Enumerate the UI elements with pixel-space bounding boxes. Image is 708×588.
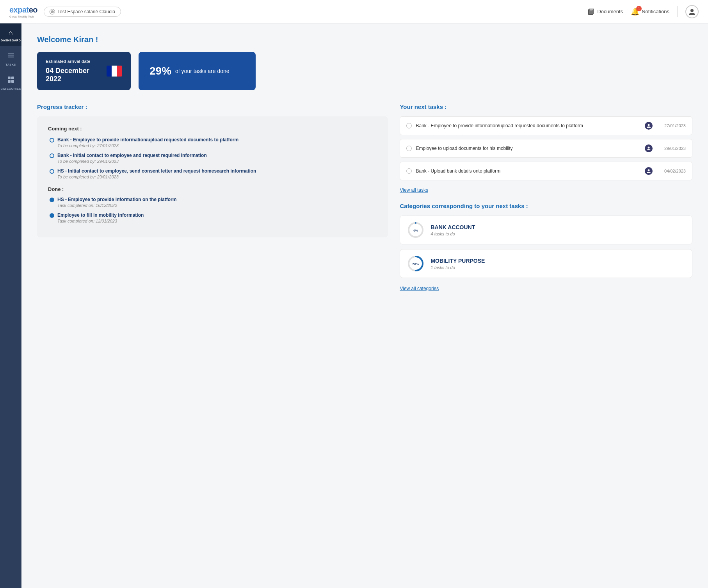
list-item: HS - Employee to provide information on … xyxy=(48,197,377,208)
sidebar-item-dashboard[interactable]: ⌂ DASHBOARD xyxy=(0,23,21,46)
arrival-label: Estimated arrival date xyxy=(46,59,107,64)
mobility-purpose-tasks: 1 tasks to do xyxy=(430,265,485,270)
sidebar-item-categories[interactable]: CATEGORIES xyxy=(0,70,21,94)
task-dot-3 xyxy=(50,169,54,174)
category-card-bank[interactable]: 0% BANK ACCOUNT 4 tasks to do xyxy=(400,216,692,244)
coming-task-name-2: Bank - Initial contact to employee and r… xyxy=(57,153,207,158)
next-task-left-2: Employee to upload documents for his mob… xyxy=(406,146,512,151)
bank-account-name: BANK ACCOUNT xyxy=(430,224,475,230)
header-right: Documents 🔔 1 Notifications xyxy=(588,5,699,18)
svg-rect-9 xyxy=(8,55,14,55)
task-checkbox-2[interactable] xyxy=(406,146,412,151)
next-task-name-3: Bank - Upload bank details onto platform xyxy=(416,168,500,174)
logo: expateo Global Mobility Tech xyxy=(9,5,37,18)
coming-task-sub-3: To be completed by: 29/01/2023 xyxy=(50,175,377,179)
done-task-name-1: HS - Employee to provide information on … xyxy=(57,197,176,202)
person-icon-3 xyxy=(645,167,653,175)
mobility-purpose-name: MOBILITY PURPOSE xyxy=(430,258,485,264)
task-dot-done-1 xyxy=(50,198,54,202)
main-layout: ⌂ DASHBOARD TASKS CATEGORIES Welcome Kir… xyxy=(0,23,708,588)
svg-text:50%: 50% xyxy=(413,262,419,266)
svg-rect-10 xyxy=(8,57,14,57)
space-badge-label: Test Espace salarié Claudia xyxy=(57,9,115,14)
svg-point-15 xyxy=(648,124,650,126)
home-icon: ⌂ xyxy=(9,29,13,37)
space-badge[interactable]: Test Espace salarié Claudia xyxy=(44,7,121,17)
coming-task-sub-2: To be completed by: 29/01/2023 xyxy=(50,159,377,164)
done-title: Done : xyxy=(48,186,377,192)
next-task-name-2: Employee to upload documents for his mob… xyxy=(416,146,512,151)
tasks-icon xyxy=(7,52,15,61)
done-task-name-2: Employee to fill in mobility information xyxy=(57,212,144,218)
flag-red xyxy=(117,66,122,77)
documents-label: Documents xyxy=(597,9,623,14)
next-task-left-3: Bank - Upload bank details onto platform xyxy=(406,168,500,174)
documents-icon xyxy=(588,9,595,15)
list-item: Bank - Employee to provide information/u… xyxy=(400,116,692,135)
arrival-date: 04 December 2022 xyxy=(46,67,107,83)
notifications-icon-wrap: 🔔 1 xyxy=(631,7,639,16)
logo-sub: Global Mobility Tech xyxy=(9,15,37,18)
bank-progress-ring: 0% xyxy=(407,221,424,239)
notifications-label: Notifications xyxy=(642,9,669,14)
bank-account-tasks: 4 tasks to do xyxy=(430,232,475,236)
flag-blue xyxy=(107,66,112,77)
svg-rect-12 xyxy=(11,77,14,79)
category-card-mobility[interactable]: 50% MOBILITY PURPOSE 1 tasks to do xyxy=(400,249,692,278)
list-item: Bank - Employee to provide information/u… xyxy=(48,137,377,148)
logo-text: expateo xyxy=(9,5,37,14)
svg-point-16 xyxy=(648,147,650,149)
france-flag xyxy=(107,66,122,77)
svg-rect-14 xyxy=(11,80,14,83)
svg-point-7 xyxy=(690,9,694,12)
coming-task-name-3: HS - Initial contact to employee, send c… xyxy=(57,168,256,174)
next-task-date-3: 04/02/2023 xyxy=(656,169,686,173)
svg-rect-11 xyxy=(8,77,11,79)
header-divider xyxy=(677,6,678,17)
main-content: Welcome Kiran ! Estimated arrival date 0… xyxy=(21,23,708,588)
header-left: expateo Global Mobility Tech Test Espace… xyxy=(9,5,121,18)
summary-cards: Estimated arrival date 04 December 2022 … xyxy=(37,52,692,90)
view-all-categories-link[interactable]: View all categories xyxy=(400,286,439,291)
user-avatar[interactable] xyxy=(685,5,699,18)
tasks-card: 29% of your tasks are done xyxy=(139,52,256,90)
next-task-right-3: 04/02/2023 xyxy=(645,167,686,175)
notifications-button[interactable]: 🔔 1 Notifications xyxy=(631,7,669,16)
next-task-date-2: 29/01/2023 xyxy=(656,146,686,151)
next-task-left-1: Bank - Employee to provide information/u… xyxy=(406,123,583,128)
list-item: HS - Initial contact to employee, send c… xyxy=(48,168,377,179)
sidebar: ⌂ DASHBOARD TASKS CATEGORIES xyxy=(0,23,21,588)
categories-icon xyxy=(7,76,15,86)
left-column: Progress tracker : Coming next : Bank - … xyxy=(37,103,388,237)
sidebar-item-tasks[interactable]: TASKS xyxy=(0,46,21,70)
svg-text:0%: 0% xyxy=(414,229,418,232)
progress-box: Coming next : Bank - Employee to provide… xyxy=(37,116,388,237)
person-icon-2 xyxy=(645,144,653,152)
task-checkbox-1[interactable] xyxy=(406,123,412,128)
coming-next-title: Coming next : xyxy=(48,126,377,132)
documents-button[interactable]: Documents xyxy=(588,9,623,15)
content-columns: Progress tracker : Coming next : Bank - … xyxy=(37,103,692,292)
svg-rect-13 xyxy=(8,80,11,83)
flag-white xyxy=(112,66,117,77)
task-dot-done-2 xyxy=(50,213,54,218)
welcome-title: Welcome Kiran ! xyxy=(37,35,692,44)
view-all-tasks-link[interactable]: View all tasks xyxy=(400,187,428,193)
mobility-progress-ring: 50% xyxy=(407,255,424,272)
task-dot-2 xyxy=(50,153,54,158)
next-tasks-title: Your next tasks : xyxy=(400,103,692,110)
next-task-name-1: Bank - Employee to provide information/u… xyxy=(416,123,583,128)
next-task-date-1: 27/01/2023 xyxy=(656,123,686,128)
list-item: Bank - Upload bank details onto platform… xyxy=(400,162,692,180)
list-item: Employee to upload documents for his mob… xyxy=(400,139,692,158)
bank-account-info: BANK ACCOUNT 4 tasks to do xyxy=(430,224,475,236)
user-icon xyxy=(688,8,696,16)
progress-tracker-title: Progress tracker : xyxy=(37,103,388,110)
next-task-right-2: 29/01/2023 xyxy=(645,144,686,152)
categories-title: Categories corresponding to your next ta… xyxy=(400,203,692,209)
space-badge-icon xyxy=(50,9,55,14)
person-icon-1 xyxy=(645,122,653,130)
task-checkbox-3[interactable] xyxy=(406,168,412,174)
svg-rect-5 xyxy=(590,9,593,10)
notifications-badge: 1 xyxy=(636,6,642,11)
